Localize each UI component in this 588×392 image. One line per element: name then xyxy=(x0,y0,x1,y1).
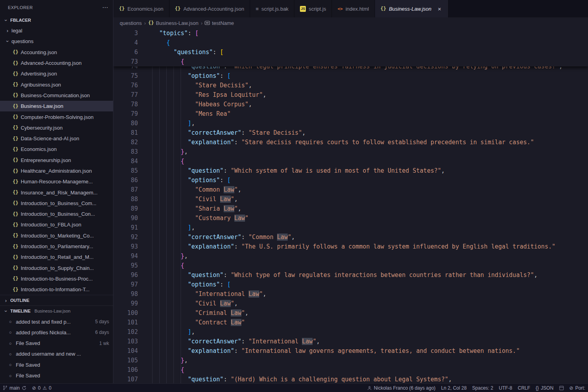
folder-questions[interactable]: ›questions xyxy=(0,36,113,47)
port-label: Port: xyxy=(575,385,585,391)
code-line-78[interactable]: 78 "Habeas Corpus", xyxy=(113,100,588,109)
code-line-105[interactable]: 105 }, xyxy=(113,356,588,365)
timeline-section-header[interactable]: › TIMELINE Business-Law.json xyxy=(0,305,113,316)
tab-index.html[interactable]: <>index.html xyxy=(332,0,375,17)
breadcrumb-item-Business-Law.json[interactable]: {}Business-Law.json xyxy=(148,20,198,26)
tab-Business-Law.json[interactable]: {}Business-Law.json× xyxy=(375,0,449,17)
project-section-header[interactable]: › FBLACER xyxy=(0,15,113,25)
file-Introduction_to_Marketing_Co...[interactable]: {}Introduction_to_Marketing_Co... xyxy=(0,230,113,241)
timeline-item[interactable]: ○File Saved xyxy=(0,360,113,370)
code-line-88[interactable]: 88 "Civil Law", xyxy=(113,194,588,204)
language-mode-item[interactable]: {} JSON xyxy=(533,384,556,392)
file-Cybersecurity.json[interactable]: {}Cybersecurity.json xyxy=(0,122,113,133)
file-Accounting.json[interactable]: {}Accounting.json xyxy=(0,47,113,58)
tab-Economics.json[interactable]: {}Economics.json xyxy=(113,0,170,17)
code-line-104[interactable]: 104 "explanation": "International law go… xyxy=(113,346,588,356)
file-Introduction_to_Supply_Chain...[interactable]: {}Introduction_to_Supply_Chain... xyxy=(0,263,113,273)
file-Computer-Problem-Solving.json[interactable]: {}Computer-Problem-Solving.json xyxy=(0,111,113,122)
timeline-item[interactable]: ○added username and new ... xyxy=(0,349,113,359)
file-Introduction-to-Information-T...[interactable]: {}Introduction-to-Information-T... xyxy=(0,284,113,295)
file-Introduction_to_Business_Con...[interactable]: {}Introduction_to_Business_Con... xyxy=(0,209,113,219)
code-line-102[interactable]: 102 ], xyxy=(113,327,588,337)
file-Economics.json[interactable]: {}Economics.json xyxy=(0,144,113,155)
code-line-75[interactable]: 75 "options": [ xyxy=(113,71,588,81)
file-Insurance_and_Risk_Managem...[interactable]: {}Insurance_and_Risk_Managem... xyxy=(0,187,113,198)
close-icon[interactable]: × xyxy=(437,6,443,12)
timeline-item[interactable]: ○added profiles Nickola...6 days xyxy=(0,327,113,338)
browser-preview-item[interactable] xyxy=(556,384,567,392)
code-line-79[interactable]: 79 "Mens Rea" xyxy=(113,109,588,119)
timeline-item[interactable]: ○File Saved xyxy=(0,370,113,381)
code-line-81[interactable]: 81 "correctAnswer": "Stare Decisis", xyxy=(113,128,588,138)
indentation-item[interactable]: Spaces: 2 xyxy=(469,384,496,392)
file-Business-Communication.json[interactable]: {}Business-Communication.json xyxy=(0,90,113,101)
git-blame-item[interactable]: Nickolas Franco (6 days ago) xyxy=(364,384,438,392)
timeline-item[interactable]: ○File Saved1 wk xyxy=(0,338,113,349)
sticky-scroll[interactable]: 3 "topics": [4 {6 "questions": [73 { xyxy=(113,28,588,66)
eol-item[interactable]: CRLF xyxy=(515,384,533,392)
code-line-74[interactable]: 74 "question": "Which legal principle en… xyxy=(113,66,588,71)
cursor-position-item[interactable]: Ln 2, Col 28 xyxy=(438,384,469,392)
file-Introduction_to_FBLA.json[interactable]: {}Introduction_to_FBLA.json xyxy=(0,219,113,230)
code-line-107[interactable]: 107 "question": "(Hard) Which is a chall… xyxy=(113,375,588,383)
outline-section-header[interactable]: › OUTLINE xyxy=(0,295,113,305)
code-line-97[interactable]: 97 "options": [ xyxy=(113,280,588,289)
file-Healthcare_Administration.json[interactable]: {}Healthcare_Administration.json xyxy=(0,166,113,176)
code-editor[interactable]: 3 "topics": [4 {6 "questions": [73 { 74 … xyxy=(113,28,588,383)
code-line-106[interactable]: 106 { xyxy=(113,365,588,375)
tab-script.js[interactable]: JSscript.js xyxy=(294,0,332,17)
file-Introduction_to_Parliamentary...[interactable]: {}Introduction_to_Parliamentary... xyxy=(0,241,113,252)
file-Introduction_to_Business_Com...[interactable]: {}Introduction_to_Business_Com... xyxy=(0,198,113,209)
code-line-89[interactable]: 89 "Sharia Law", xyxy=(113,204,588,213)
file-Advertising.json[interactable]: {}Advertising.json xyxy=(0,68,113,79)
code-line-80[interactable]: 80 ], xyxy=(113,119,588,128)
encoding-item[interactable]: UTF-8 xyxy=(496,384,515,392)
code-line-92[interactable]: 92 "correctAnswer": "Common Law", xyxy=(113,232,588,242)
code-line-98[interactable]: 98 "International Law", xyxy=(113,289,588,299)
git-commit-icon: ○ xyxy=(8,330,13,335)
code-line-96[interactable]: 96 "question": "Which type of law regula… xyxy=(113,270,588,280)
code-line-4[interactable]: 4 { xyxy=(113,38,588,47)
tab-Advanced-Accounting.json[interactable]: {}Advanced-Accounting.json xyxy=(170,0,250,17)
code-line-87[interactable]: 87 "Common Law", xyxy=(113,185,588,194)
code-line-85[interactable]: 85 "question": "Which system of law is u… xyxy=(113,166,588,175)
code-line-93[interactable]: 93 "explanation": "The U.S. primarily fo… xyxy=(113,242,588,251)
code-area[interactable]: 74 "question": "Which legal principle en… xyxy=(113,66,588,383)
file-Agribusiness.json[interactable]: {}Agribusiness.json xyxy=(0,79,113,90)
code-line-101[interactable]: 101 "Contract Law" xyxy=(113,318,588,327)
git-branch-item[interactable]: main xyxy=(0,384,29,392)
code-line-3[interactable]: 3 "topics": [ xyxy=(113,28,588,38)
code-line-84[interactable]: 84 { xyxy=(113,156,588,166)
code-line-94[interactable]: 94 }, xyxy=(113,251,588,261)
code-line-95[interactable]: 95 { xyxy=(113,261,588,270)
file-Data-Science-and-AI.json[interactable]: {}Data-Science-and-AI.json xyxy=(0,133,113,144)
code-line-91[interactable]: 91 ], xyxy=(113,223,588,232)
code-line-82[interactable]: 82 "explanation": "Stare decisis require… xyxy=(113,138,588,147)
file-Introduction-to-Business-Proc...[interactable]: {}Introduction-to-Business-Proc... xyxy=(0,273,113,284)
explorer-actions-icon[interactable]: ⋯ xyxy=(102,4,108,11)
code-line-90[interactable]: 90 "Customary Law" xyxy=(113,213,588,223)
timeline-item[interactable]: ○added test and fixed p...5 days xyxy=(0,316,113,327)
file-Entrepreneurship.json[interactable]: {}Entrepreneurship.json xyxy=(0,155,113,166)
code-line-86[interactable]: 86 "options": [ xyxy=(113,175,588,185)
code-line-6[interactable]: 6 "questions": [ xyxy=(113,47,588,57)
live-server-port-item[interactable]: ⊘ Port: xyxy=(567,384,588,392)
breadcrumb-item-questions[interactable]: questions xyxy=(120,20,142,26)
folder-legal[interactable]: ›legal xyxy=(0,25,113,36)
tab-script.js.bak[interactable]: ≡script.js.bak xyxy=(250,0,294,17)
code-line-103[interactable]: 103 "correctAnswer": "International Law"… xyxy=(113,337,588,346)
file-Business-Law.json[interactable]: {}Business-Law.json xyxy=(0,101,113,111)
code-line-99[interactable]: 99 "Civil Law", xyxy=(113,299,588,308)
file-Advanced-Accounting.json[interactable]: {}Advanced-Accounting.json xyxy=(0,58,113,68)
file-Introduction_to_Retail_and_M...[interactable]: {}Introduction_to_Retail_and_M... xyxy=(0,252,113,262)
file-Human-Resource-Manageme...[interactable]: {}Human-Resource-Manageme... xyxy=(0,176,113,187)
code-line-73[interactable]: 73 { xyxy=(113,57,588,66)
code-line-76[interactable]: 76 "Stare Decisis", xyxy=(113,81,588,90)
code-line-83[interactable]: 83 }, xyxy=(113,147,588,156)
file-name: Introduction_to_Supply_Chain... xyxy=(21,265,94,271)
code-line-100[interactable]: 100 "Criminal Law", xyxy=(113,308,588,318)
line-content: "Customary Law" xyxy=(138,213,249,223)
breadcrumb-item-testName[interactable]: testName xyxy=(205,20,234,26)
problems-item[interactable]: ⊘ 0 ⚠ 0 xyxy=(29,384,54,392)
code-line-77[interactable]: 77 "Res Ipsa Loquitur", xyxy=(113,90,588,100)
